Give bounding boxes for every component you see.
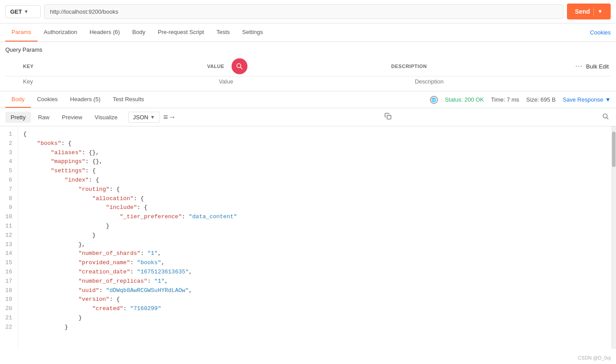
search-json-icon (602, 113, 609, 120)
tab-pre-request[interactable]: Pre-request Script (152, 23, 210, 42)
send-label: Send (575, 8, 590, 15)
request-tabs: Params Authorization Headers (6) Body Pr… (0, 23, 616, 42)
globe-icon: 🌐 (430, 96, 438, 104)
response-tab-headers[interactable]: Headers (5) (64, 91, 107, 108)
value-col-header: VALUE (207, 58, 392, 74)
desc-col-header: DESCRIPTION (391, 64, 575, 69)
save-response-button[interactable]: Save Response ▼ (563, 96, 611, 103)
format-raw-button[interactable]: Raw (33, 112, 55, 123)
save-response-label: Save Response (563, 96, 603, 103)
copy-button[interactable] (383, 111, 393, 123)
method-chevron-icon: ▼ (24, 9, 29, 14)
search-icon-button[interactable] (232, 58, 247, 74)
svg-line-1 (240, 67, 242, 69)
format-visualize-button[interactable]: Visualize (89, 112, 123, 123)
tab-settings[interactable]: Settings (236, 23, 269, 42)
svg-line-4 (607, 118, 608, 119)
query-params-label: Query Params (5, 46, 611, 53)
copy-icon (384, 113, 392, 120)
method-select[interactable]: GET ▼ (5, 5, 41, 18)
search-json-button[interactable] (600, 111, 611, 123)
response-tab-body[interactable]: Body (5, 91, 31, 108)
url-bar: GET ▼ Send ▼ (0, 0, 616, 23)
response-tab-test-results[interactable]: Test Results (106, 91, 150, 108)
response-status: 🌐 Status: 200 OK Time: 7 ms Size: 695 B … (430, 96, 611, 104)
time-badge: Time: 7 ms (491, 96, 519, 103)
params-header-row: KEY VALUE DESCRIPTION ··· Bulk Edit (5, 57, 611, 76)
send-divider (593, 7, 594, 16)
json-format-select[interactable]: JSON ▼ (128, 112, 160, 123)
response-tabs-bar: Body Cookies Headers (5) Test Results 🌐 … (0, 91, 616, 108)
params-empty-row (5, 76, 611, 87)
tab-body[interactable]: Body (126, 23, 152, 42)
save-response-chevron-icon: ▼ (605, 96, 611, 103)
method-label: GET (10, 8, 22, 15)
format-pretty-button[interactable]: Pretty (5, 112, 31, 123)
wrap-button[interactable]: ≡→ (164, 113, 176, 122)
svg-rect-2 (387, 115, 391, 119)
code-area: 12345678910111213141516171819202122 { "b… (0, 126, 616, 349)
svg-point-3 (603, 114, 607, 118)
query-params-section: Query Params KEY VALUE DESCRIPTION ··· B… (0, 42, 616, 91)
tab-params[interactable]: Params (5, 23, 38, 42)
tab-authorization[interactable]: Authorization (38, 23, 84, 42)
json-format-label: JSON (133, 114, 148, 121)
more-icon[interactable]: ··· (575, 62, 582, 70)
key-col-header: KEY (23, 64, 207, 69)
line-numbers: 12345678910111213141516171819202122 (0, 126, 18, 349)
key-input[interactable] (23, 78, 219, 85)
send-button[interactable]: Send ▼ (567, 4, 611, 19)
value-label: VALUE (207, 64, 224, 69)
json-chevron-icon: ▼ (150, 114, 155, 120)
scrollbar[interactable] (612, 126, 616, 349)
response-format-bar: Pretty Raw Preview Visualize JSON ▼ ≡→ (0, 108, 616, 126)
size-badge: Size: 695 B (526, 96, 556, 103)
response-tab-cookies[interactable]: Cookies (31, 91, 64, 108)
desc-input[interactable] (415, 78, 611, 85)
status-badge: Status: 200 OK (445, 96, 484, 103)
tab-tests[interactable]: Tests (210, 23, 236, 42)
url-input[interactable] (44, 4, 563, 19)
cookies-link[interactable]: Cookies (590, 29, 611, 36)
send-arrow-icon: ▼ (597, 8, 603, 15)
value-input[interactable] (219, 78, 414, 85)
bulk-edit-button[interactable]: Bulk Edit (586, 63, 608, 70)
scrollbar-thumb[interactable] (612, 132, 616, 167)
code-content: { "books": { "aliases": {}, "mappings": … (18, 126, 616, 349)
search-icon (236, 62, 243, 70)
format-preview-button[interactable]: Preview (57, 112, 87, 123)
tab-headers[interactable]: Headers (6) (84, 23, 126, 42)
actions-col-header: ··· Bulk Edit (575, 62, 611, 70)
